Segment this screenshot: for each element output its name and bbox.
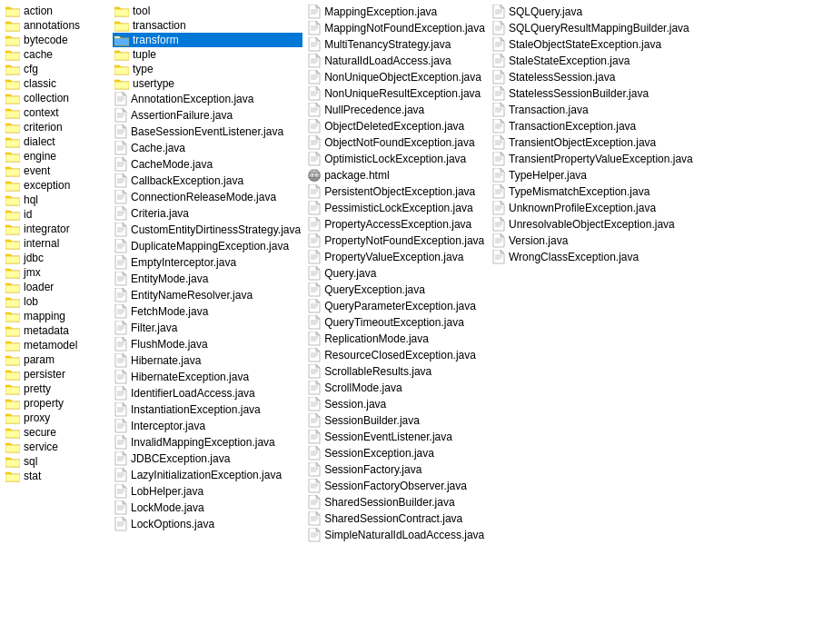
file-item[interactable]: MultiTenancyStrategy.java bbox=[306, 36, 487, 53]
file-item[interactable]: SQLQuery.java bbox=[491, 4, 695, 20]
folder-item[interactable]: mapping bbox=[4, 309, 109, 323]
folder-item[interactable]: proxy bbox=[4, 411, 109, 425]
folder-item[interactable]: transaction bbox=[113, 18, 302, 33]
file-item[interactable]: QueryException.java bbox=[306, 282, 487, 298]
folder-item[interactable]: tuple bbox=[113, 47, 302, 62]
file-item[interactable]: Version.java bbox=[491, 233, 695, 249]
folder-item[interactable]: pretty bbox=[4, 381, 109, 396]
file-item[interactable]: UnknownProfileException.java bbox=[491, 200, 695, 216]
file-item[interactable]: Query.java bbox=[306, 265, 487, 282]
file-item[interactable]: StaleStateException.java bbox=[491, 53, 695, 69]
folder-item[interactable]: metamodel bbox=[4, 338, 109, 352]
file-item[interactable]: Hibernate.java bbox=[113, 352, 302, 369]
folder-item[interactable]: stat bbox=[4, 469, 109, 483]
folder-item[interactable]: usertype bbox=[113, 76, 302, 91]
folder-item[interactable]: cfg bbox=[4, 62, 109, 76]
file-item[interactable]: InstantiationException.java bbox=[113, 401, 302, 418]
file-item[interactable]: Interceptor.java bbox=[113, 418, 302, 434]
file-item[interactable]: TypeHelper.java bbox=[491, 167, 695, 183]
folder-item[interactable]: internal bbox=[4, 236, 109, 251]
file-item[interactable]: TypeMismatchException.java bbox=[491, 183, 695, 200]
folder-item[interactable]: id bbox=[4, 207, 109, 222]
file-item[interactable]: ObjectDeletedException.java bbox=[306, 118, 487, 134]
file-item[interactable]: MappingException.java bbox=[306, 4, 487, 20]
file-item[interactable]: SessionFactory.java bbox=[306, 461, 487, 478]
file-item[interactable]: PropertyAccessException.java bbox=[306, 216, 487, 233]
folder-item[interactable]: secure bbox=[4, 425, 109, 440]
file-item[interactable]: Filter.java bbox=[113, 320, 302, 336]
file-item[interactable]: package.html bbox=[306, 167, 487, 183]
folder-item[interactable]: action bbox=[4, 4, 109, 18]
folder-item[interactable]: jmx bbox=[4, 265, 109, 280]
file-item[interactable]: ConnectionReleaseMode.java bbox=[113, 189, 302, 205]
file-item[interactable]: NonUniqueResultException.java bbox=[306, 85, 487, 102]
folder-item[interactable]: property bbox=[4, 396, 109, 411]
folder-item[interactable]: exception bbox=[4, 178, 109, 193]
file-item[interactable]: EntityNameResolver.java bbox=[113, 287, 302, 303]
folder-item[interactable]: param bbox=[4, 352, 109, 367]
file-item[interactable]: HibernateException.java bbox=[113, 369, 302, 385]
file-item[interactable]: StatelessSession.java bbox=[491, 69, 695, 85]
folder-item[interactable]: type bbox=[113, 62, 302, 76]
folder-item[interactable]: context bbox=[4, 105, 109, 120]
file-item[interactable]: ResourceClosedException.java bbox=[306, 347, 487, 363]
file-item[interactable]: LockMode.java bbox=[113, 500, 302, 516]
folder-item[interactable]: cache bbox=[4, 47, 109, 62]
file-item[interactable]: Transaction.java bbox=[491, 102, 695, 118]
file-item[interactable]: LockOptions.java bbox=[113, 516, 302, 532]
file-item[interactable]: JDBCException.java bbox=[113, 451, 302, 467]
file-item[interactable]: SessionBuilder.java bbox=[306, 412, 487, 429]
file-item[interactable]: FetchMode.java bbox=[113, 303, 302, 320]
file-item[interactable]: SharedSessionBuilder.java bbox=[306, 494, 487, 510]
file-item[interactable]: ScrollableResults.java bbox=[306, 363, 487, 380]
folder-item[interactable]: dialect bbox=[4, 134, 109, 149]
folder-item[interactable]: persister bbox=[4, 367, 109, 381]
file-item[interactable]: SQLQueryResultMappingBuilder.java bbox=[491, 20, 695, 36]
file-item[interactable]: Cache.java bbox=[113, 140, 302, 156]
file-item[interactable]: Criteria.java bbox=[113, 205, 302, 222]
folder-item[interactable]: hql bbox=[4, 193, 109, 207]
folder-item[interactable]: tool bbox=[113, 4, 302, 18]
folder-item[interactable]: classic bbox=[4, 76, 109, 91]
folder-item[interactable]: engine bbox=[4, 149, 109, 163]
folder-item[interactable]: loader bbox=[4, 280, 109, 294]
file-item[interactable]: NaturalIdLoadAccess.java bbox=[306, 53, 487, 69]
file-item[interactable]: NullPrecedence.java bbox=[306, 102, 487, 118]
file-item[interactable]: EmptyInterceptor.java bbox=[113, 254, 302, 271]
file-item[interactable]: CustomEntityDirtinessStrategy.java bbox=[113, 222, 302, 238]
file-item[interactable]: AssertionFailure.java bbox=[113, 107, 302, 124]
folder-item[interactable]: service bbox=[4, 440, 109, 454]
file-item[interactable]: CallbackException.java bbox=[113, 173, 302, 189]
file-item[interactable]: Session.java bbox=[306, 396, 487, 412]
file-item[interactable]: UnresolvableObjectException.java bbox=[491, 216, 695, 233]
file-item[interactable]: LobHelper.java bbox=[113, 483, 302, 500]
folder-item[interactable]: bytecode bbox=[4, 33, 109, 47]
file-item[interactable]: SharedSessionContract.java bbox=[306, 510, 487, 527]
folder-item[interactable]: transform bbox=[113, 33, 302, 47]
file-item[interactable]: EntityMode.java bbox=[113, 271, 302, 287]
folder-item[interactable]: criterion bbox=[4, 120, 109, 134]
folder-item[interactable]: metadata bbox=[4, 323, 109, 338]
file-item[interactable]: QueryParameterException.java bbox=[306, 298, 487, 314]
file-item[interactable]: TransientObjectException.java bbox=[491, 134, 695, 151]
file-item[interactable]: ObjectNotFoundException.java bbox=[306, 134, 487, 151]
folder-item[interactable]: collection bbox=[4, 91, 109, 105]
file-item[interactable]: AnnotationException.java bbox=[113, 91, 302, 107]
file-item[interactable]: PropertyValueException.java bbox=[306, 249, 487, 265]
file-item[interactable]: ReplicationMode.java bbox=[306, 331, 487, 347]
folder-item[interactable]: lob bbox=[4, 294, 109, 309]
file-item[interactable]: SessionException.java bbox=[306, 445, 487, 461]
file-item[interactable]: BaseSessionEventListener.java bbox=[113, 124, 302, 140]
file-item[interactable]: PessimisticLockException.java bbox=[306, 200, 487, 216]
file-item[interactable]: ScrollMode.java bbox=[306, 380, 487, 396]
file-item[interactable]: SessionFactoryObserver.java bbox=[306, 478, 487, 494]
file-item[interactable]: InvalidMappingException.java bbox=[113, 434, 302, 451]
folder-item[interactable]: jdbc bbox=[4, 251, 109, 265]
file-item[interactable]: LazyInitializationException.java bbox=[113, 467, 302, 483]
folder-item[interactable]: event bbox=[4, 163, 109, 178]
file-item[interactable]: StaleObjectStateException.java bbox=[491, 36, 695, 53]
file-item[interactable]: IdentifierLoadAccess.java bbox=[113, 385, 302, 401]
folder-item[interactable]: annotations bbox=[4, 18, 109, 33]
file-item[interactable]: WrongClassException.java bbox=[491, 249, 695, 265]
file-item[interactable]: SimpleNaturalIdLoadAccess.java bbox=[306, 527, 487, 543]
